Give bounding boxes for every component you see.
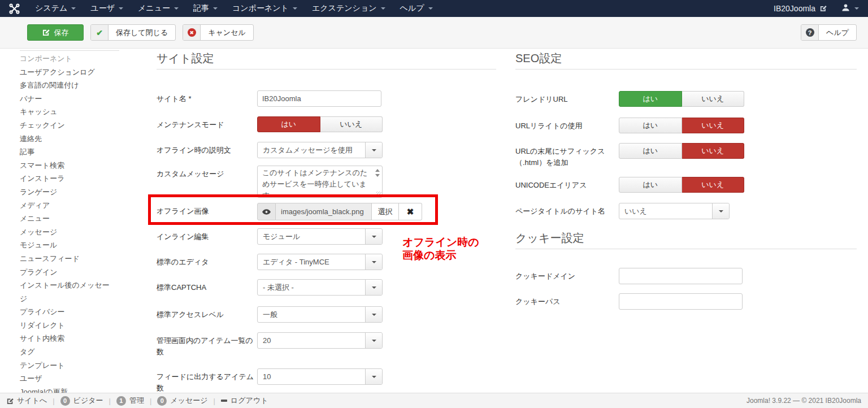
friendly-url-yes-button[interactable]: はい (619, 91, 682, 107)
logout-link[interactable]: ログアウト (221, 396, 268, 406)
nav-menu-item[interactable]: エクステンション (305, 0, 393, 17)
chevron-down-icon (213, 7, 218, 10)
sidebar-item[interactable]: インストール後のメッセージ (20, 279, 116, 305)
site-settings-title: サイト設定 (157, 52, 496, 64)
sidebar-item[interactable]: リダイレクト (20, 319, 116, 332)
sidebar-item[interactable]: ニュースフィード (20, 252, 116, 266)
url-rewrite-toggle: はい いいえ (619, 118, 744, 133)
cookie-path-input[interactable] (619, 293, 743, 310)
sidebar-item[interactable]: ランゲージ (20, 185, 116, 199)
cancel-button[interactable]: ✖ キャンセル (183, 24, 254, 41)
visitors-status[interactable]: 0 ビジター (60, 396, 103, 406)
chevron-down-icon (854, 7, 859, 10)
messages-label: メッセージ (170, 396, 207, 406)
captcha-value: - 未選択 - (258, 280, 365, 295)
site-name-field-label: サイト名 * (157, 90, 257, 105)
nav-menu-item[interactable]: ヘルプ (393, 0, 440, 17)
unicode-alias-no-button[interactable]: いいえ (682, 177, 745, 193)
scrollbar[interactable] (375, 169, 380, 177)
feed-limit-select[interactable]: 10 (257, 368, 383, 385)
sitename-in-title-select[interactable]: いいえ (619, 203, 730, 219)
site-name-label: IB20Joomla (774, 4, 815, 13)
clear-image-button[interactable]: ✖ (399, 203, 422, 220)
sidebar-item[interactable]: プラグイン (20, 266, 116, 279)
help-button[interactable]: ? ヘルプ (801, 24, 857, 41)
list-limit-select[interactable]: 20 (257, 332, 383, 349)
sidebar-item[interactable]: チェックイン (20, 119, 116, 132)
messages-count-badge: 0 (157, 396, 167, 406)
external-link-icon (820, 4, 827, 13)
inline-edit-select[interactable]: モジュール (257, 228, 383, 245)
cookie-domain-input[interactable] (619, 268, 743, 284)
chevron-down-icon (365, 229, 382, 244)
save-close-button[interactable]: ✔ 保存して閉じる (90, 24, 176, 41)
default-editor-value: エディタ - TinyMCE (258, 254, 365, 270)
chevron-down-icon (365, 280, 382, 295)
preview-eye-button[interactable] (257, 203, 276, 220)
offline-image-path-input[interactable] (276, 203, 372, 220)
cookie-domain-label: クッキードメイン (515, 268, 619, 282)
nav-menu-item[interactable]: システム (28, 0, 83, 17)
sidebar-item[interactable]: 多言語の関連付け (20, 79, 116, 92)
url-rewrite-no-button[interactable]: いいえ (682, 118, 745, 133)
custom-message-textarea[interactable]: このサイトはメンテナンスのためサービスを一時停止しています。 (257, 166, 383, 198)
chevron-down-icon (712, 203, 729, 219)
sidebar-item[interactable]: キャッシュ (20, 105, 116, 119)
url-suffix-yes-button[interactable]: はい (619, 143, 682, 159)
maintenance-yes-button[interactable]: はい (257, 116, 320, 132)
sidebar-item[interactable]: サイト内検索 (20, 332, 116, 345)
sidebar-item[interactable]: メディア (20, 199, 116, 212)
sidebar-item[interactable]: メッセージ (20, 225, 116, 239)
sidebar-item[interactable]: テンプレート (20, 359, 116, 372)
unicode-alias-toggle: はい いいえ (619, 177, 744, 193)
sidebar-divider (20, 50, 119, 51)
nav-menu-item[interactable]: メニュー (131, 0, 186, 17)
field-inline-edit: インライン編集 モジュール (157, 228, 383, 245)
resize-grip-icon[interactable] (376, 192, 381, 197)
sidebar-item[interactable]: ユーザ (20, 372, 116, 385)
sidebar-item[interactable]: スマート検索 (20, 159, 116, 172)
field-offline-message-type: オフライン時の説明文 カスタムメッセージを使用 (157, 142, 383, 158)
sidebar-item[interactable]: バナー (20, 92, 116, 106)
sidebar-item[interactable]: プライバシー (20, 305, 116, 319)
site-name-input[interactable] (257, 90, 381, 107)
default-editor-select[interactable]: エディタ - TinyMCE (257, 254, 383, 270)
messages-status[interactable]: 0 メッセージ (157, 396, 207, 406)
select-image-button[interactable]: 選択 (372, 203, 399, 220)
offline-desc-value: カスタムメッセージを使用 (258, 142, 365, 158)
copyright: — © 2021 IB20Joomla (793, 397, 861, 405)
view-site-link[interactable]: サイトへ (7, 396, 47, 406)
access-level-select[interactable]: 一般 (257, 306, 383, 323)
url-suffix-toggle: はい いいえ (619, 143, 744, 159)
unicode-alias-label: UNICODEエイリアス (515, 177, 619, 191)
sidebar-item[interactable]: モジュール (20, 238, 116, 252)
unicode-alias-yes-button[interactable]: はい (619, 177, 682, 193)
joomla-logo-icon[interactable] (9, 3, 20, 14)
nav-menu-item[interactable]: コンポーネント (225, 0, 305, 17)
sidebar-item[interactable]: ユーザアクションログ (20, 66, 116, 79)
friendly-url-toggle: はい いいえ (619, 91, 744, 107)
url-suffix-no-button[interactable]: いいえ (682, 143, 745, 159)
admins-status[interactable]: 1 管理 (116, 396, 144, 406)
url-rewrite-yes-button[interactable]: はい (619, 118, 682, 133)
captcha-select[interactable]: - 未選択 - (257, 279, 383, 296)
sidebar-item[interactable]: Joomla!の更新 (20, 385, 116, 393)
sidebar-item[interactable]: 記事 (20, 145, 116, 159)
top-navbar: システムユーザメニュー記事コンポーネントエクステンションヘルプ IB20Joom… (0, 0, 868, 17)
nav-menu-label: ヘルプ (400, 3, 424, 14)
chevron-down-icon (365, 254, 382, 270)
offline-image-group: 選択 ✖ (257, 203, 422, 220)
save-button[interactable]: 保存 (27, 24, 84, 41)
nav-menu-item[interactable]: 記事 (186, 0, 225, 17)
sidebar-item[interactable]: タグ (20, 345, 116, 359)
user-menu[interactable] (841, 3, 859, 14)
nav-menu-item[interactable]: ユーザ (83, 0, 131, 17)
site-name-link[interactable]: IB20Joomla (774, 4, 827, 13)
maintenance-no-button[interactable]: いいえ (320, 116, 383, 132)
offline-desc-select[interactable]: カスタムメッセージを使用 (257, 142, 383, 158)
friendly-url-no-button[interactable]: いいえ (682, 91, 745, 107)
sidebar-item[interactable]: インストーラ (20, 172, 116, 185)
sidebar-item[interactable]: 連絡先 (20, 132, 116, 146)
sidebar-item[interactable]: メニュー (20, 212, 116, 225)
url-suffix-label: URLの末尾にサフィックス（.html）を追加 (515, 143, 619, 168)
